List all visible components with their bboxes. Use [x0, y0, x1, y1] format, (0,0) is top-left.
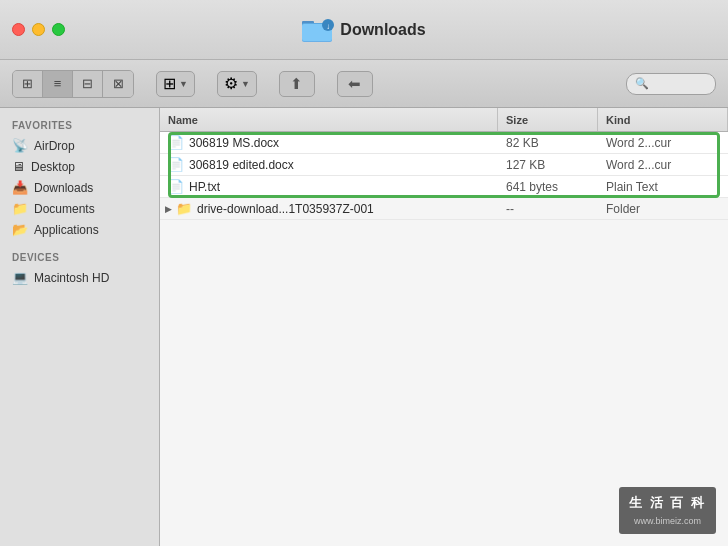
- icon-view-btn[interactable]: ⊞: [13, 71, 43, 97]
- sidebar-item-macintosh[interactable]: 💻 Macintosh HD: [0, 267, 159, 288]
- search-icon: 🔍: [635, 77, 649, 90]
- macintosh-icon: 💻: [12, 270, 28, 285]
- close-button[interactable]: [12, 23, 25, 36]
- watermark: 生 活 百 科 www.bimeiz.com: [619, 487, 716, 534]
- toolbar: ⊞ ≡ ⊟ ⊠ ⊞ ▼ ⚙ ▼ ⬆: [0, 60, 728, 108]
- sidebar: Favorites 📡 AirDrop 🖥 Desktop 📥 Download…: [0, 108, 160, 546]
- sidebar-item-downloads[interactable]: 📥 Downloads: [0, 177, 159, 198]
- arrange-dropdown[interactable]: ⊞ ▼: [156, 71, 195, 97]
- arrange-dropdown-arrow: ▼: [179, 79, 188, 89]
- column-headers: Name Size Kind: [160, 108, 728, 132]
- file-kind-3: Plain Text: [598, 180, 728, 194]
- window-controls: [12, 23, 65, 36]
- cover-flow-btn[interactable]: ⊠: [103, 71, 133, 97]
- table-row-folder[interactable]: ▶ 📁 drive-download...1T035937Z-001 -- Fo…: [160, 198, 728, 220]
- col-header-size[interactable]: Size: [498, 108, 598, 131]
- sidebar-item-applications-label: Applications: [34, 223, 99, 237]
- list-view-icon: ≡: [54, 76, 62, 91]
- sidebar-devices-label: Devices: [0, 248, 159, 267]
- selection-group: 📄 306819 MS.docx 82 KB Word 2...cur 📄 30…: [160, 132, 728, 198]
- airdrop-icon: 📡: [12, 138, 28, 153]
- minimize-button[interactable]: [32, 23, 45, 36]
- file-name-2: 306819 edited.docx: [189, 158, 294, 172]
- tag-button[interactable]: ⬅: [337, 71, 373, 97]
- view-mode-group: ⊞ ≡ ⊟ ⊠: [12, 70, 134, 98]
- documents-icon: 📁: [12, 201, 28, 216]
- sidebar-item-airdrop[interactable]: 📡 AirDrop: [0, 135, 159, 156]
- table-row[interactable]: 📄 306819 MS.docx 82 KB Word 2...cur: [160, 132, 728, 154]
- file-list: 📄 306819 MS.docx 82 KB Word 2...cur 📄 30…: [160, 132, 728, 546]
- file-kind-2: Word 2...cur: [598, 158, 728, 172]
- sidebar-item-applications[interactable]: 📂 Applications: [0, 219, 159, 240]
- file-size-2: 127 KB: [498, 158, 598, 172]
- sidebar-item-macintosh-label: Macintosh HD: [34, 271, 109, 285]
- action-dropdown[interactable]: ⚙ ▼: [217, 71, 257, 97]
- main-content: Name Size Kind 📄 306819 MS.docx 82 KB: [160, 108, 728, 546]
- cover-flow-icon: ⊠: [113, 76, 124, 91]
- col-header-name[interactable]: Name: [160, 108, 498, 131]
- title-content: ↓ Downloads: [302, 17, 425, 43]
- column-view-icon: ⊟: [82, 76, 93, 91]
- docx-icon-1: 📄: [168, 135, 184, 150]
- file-kind-1: Word 2...cur: [598, 136, 728, 150]
- folder-title-icon: ↓: [302, 17, 334, 43]
- file-name-cell: 📄 306819 edited.docx: [160, 157, 498, 172]
- share-button[interactable]: ⬆: [279, 71, 315, 97]
- folder-icon: 📁: [176, 201, 192, 216]
- file-name-cell: 📄 306819 MS.docx: [160, 135, 498, 150]
- folder-kind: Folder: [598, 202, 728, 216]
- applications-icon: 📂: [12, 222, 28, 237]
- folder-size: --: [498, 202, 598, 216]
- table-row[interactable]: 📄 HP.txt 641 bytes Plain Text: [160, 176, 728, 198]
- svg-text:↓: ↓: [326, 22, 330, 31]
- title-bar: ↓ Downloads: [0, 0, 728, 60]
- search-area: 🔍: [381, 73, 716, 95]
- sidebar-item-documents-label: Documents: [34, 202, 95, 216]
- icon-view-icon: ⊞: [22, 76, 33, 91]
- file-name-cell: 📄 HP.txt: [160, 179, 498, 194]
- file-name-1: 306819 MS.docx: [189, 136, 279, 150]
- desktop-icon: 🖥: [12, 159, 25, 174]
- watermark-brand: 生 活 百 科: [629, 493, 706, 514]
- window-title: Downloads: [340, 21, 425, 39]
- file-size-3: 641 bytes: [498, 180, 598, 194]
- folder-name: drive-download...1T035937Z-001: [197, 202, 374, 216]
- list-view-btn[interactable]: ≡: [43, 71, 73, 97]
- file-area: Favorites 📡 AirDrop 🖥 Desktop 📥 Download…: [0, 108, 728, 546]
- file-size-1: 82 KB: [498, 136, 598, 150]
- column-view-btn[interactable]: ⊟: [73, 71, 103, 97]
- sidebar-item-desktop-label: Desktop: [31, 160, 75, 174]
- share-icon: ⬆: [290, 75, 303, 93]
- downloads-icon: 📥: [12, 180, 28, 195]
- search-box[interactable]: 🔍: [626, 73, 716, 95]
- docx-icon-2: 📄: [168, 157, 184, 172]
- expand-arrow[interactable]: ▶: [160, 204, 176, 214]
- gear-icon: ⚙: [224, 74, 238, 93]
- txt-icon: 📄: [168, 179, 184, 194]
- tag-icon: ⬅: [348, 75, 361, 93]
- sidebar-item-desktop[interactable]: 🖥 Desktop: [0, 156, 159, 177]
- sidebar-item-downloads-label: Downloads: [34, 181, 93, 195]
- action-dropdown-arrow: ▼: [241, 79, 250, 89]
- col-header-kind[interactable]: Kind: [598, 108, 728, 131]
- arrange-icon: ⊞: [163, 74, 176, 93]
- sidebar-favorites-label: Favorites: [0, 116, 159, 135]
- watermark-url: www.bimeiz.com: [629, 514, 706, 528]
- zoom-button[interactable]: [52, 23, 65, 36]
- folder-name-cell: 📁 drive-download...1T035937Z-001: [176, 201, 498, 216]
- finder-window: ↓ Downloads ⊞ ≡ ⊟ ⊠ ⊞ ▼: [0, 0, 728, 546]
- sidebar-item-documents[interactable]: 📁 Documents: [0, 198, 159, 219]
- table-row[interactable]: 📄 306819 edited.docx 127 KB Word 2...cur: [160, 154, 728, 176]
- sidebar-item-airdrop-label: AirDrop: [34, 139, 75, 153]
- file-name-3: HP.txt: [189, 180, 220, 194]
